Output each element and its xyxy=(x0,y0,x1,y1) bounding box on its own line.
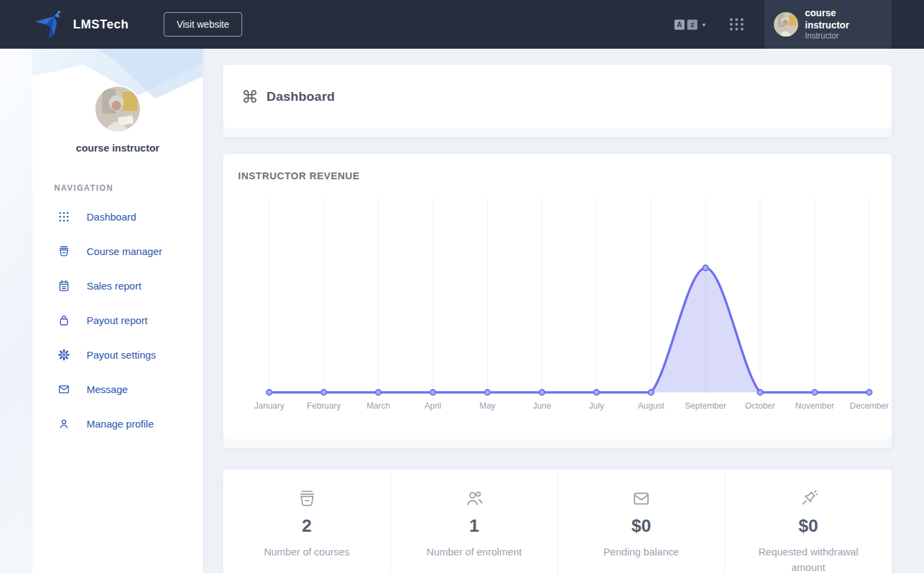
lock-icon xyxy=(57,314,70,327)
sidebar-item-label: Payout report xyxy=(87,315,147,326)
gear-icon xyxy=(57,348,70,361)
stats-card: 2 Number of courses 1 Number of enrolmen… xyxy=(223,469,892,573)
sidebar-item-label: Course manager xyxy=(87,246,162,257)
revenue-chart-svg: JanuaryFebruaryMarchAprilMayJuneJulyAugu… xyxy=(238,189,892,419)
sidebar-item-label: Message xyxy=(87,384,128,395)
stat-number-of-courses: 2 Number of courses xyxy=(223,469,390,573)
language-z-icon: z xyxy=(687,20,697,30)
stat-value: 1 xyxy=(391,515,557,536)
sidebar-item-label: Dashboard xyxy=(87,211,136,223)
clipboard-icon xyxy=(57,279,70,292)
svg-text:November: November xyxy=(795,401,835,411)
stat-value: $0 xyxy=(558,515,724,536)
inbox-icon xyxy=(558,488,724,511)
user-icon xyxy=(57,417,70,430)
topbar: LMSTech Visit website A z ▾ cou xyxy=(0,0,924,49)
stat-pending-balance: $0 Pending balance xyxy=(557,469,724,573)
sidebar-item-manage-profile[interactable]: Manage profile xyxy=(32,407,203,441)
card-shadow-strip xyxy=(223,440,892,449)
svg-text:January: January xyxy=(254,401,285,411)
brand-name: LMSTech xyxy=(73,18,129,32)
stat-label: Requested withdrawal amount xyxy=(744,545,873,573)
sidebar-nav: Dashboard Course manager Sales report xyxy=(32,200,203,441)
chevron-down-icon: ▾ xyxy=(702,21,706,28)
command-icon: ⌘ xyxy=(241,89,258,106)
svg-text:June: June xyxy=(533,401,551,411)
sidebar-item-payout-report[interactable]: Payout report xyxy=(32,303,203,338)
svg-text:August: August xyxy=(638,401,664,411)
revenue-chart[interactable]: JanuaryFebruaryMarchAprilMayJuneJulyAugu… xyxy=(238,189,892,419)
user-name: course instructor xyxy=(805,7,882,31)
basket-icon xyxy=(223,488,390,511)
mail-icon xyxy=(57,383,70,396)
svg-text:October: October xyxy=(745,401,775,411)
stat-label: Pending balance xyxy=(577,545,706,560)
apps-grid-icon[interactable] xyxy=(730,18,744,30)
sidebar-item-label: Payout settings xyxy=(87,349,156,361)
sidebar: course instructor NAVIGATION Dashboard C… xyxy=(32,49,203,573)
navigation-section-label: NAVIGATION xyxy=(54,183,203,193)
stat-value: 2 xyxy=(223,515,390,536)
svg-text:March: March xyxy=(367,401,390,411)
sidebar-profile-name: course instructor xyxy=(32,142,203,154)
sidebar-item-message[interactable]: Message xyxy=(32,372,203,407)
language-switcher[interactable]: A z ▾ xyxy=(674,20,706,30)
users-icon xyxy=(391,488,557,511)
stat-requested-withdrawal: $0 Requested withdrawal amount xyxy=(724,469,892,573)
stat-number-of-enrolment: 1 Number of enrolment xyxy=(390,469,557,573)
svg-text:July: July xyxy=(589,401,605,411)
sidebar-item-label: Sales report xyxy=(87,280,141,292)
sidebar-item-course-manager[interactable]: Course manager xyxy=(32,234,203,269)
svg-text:December: December xyxy=(850,401,889,411)
language-a-icon: A xyxy=(674,20,685,30)
svg-text:September: September xyxy=(685,401,726,411)
chart-title: INSTRUCTOR REVENUE xyxy=(238,170,892,181)
sidebar-item-label: Manage profile xyxy=(87,418,154,430)
visit-website-button[interactable]: Visit website xyxy=(164,12,242,37)
dots-grid-icon xyxy=(57,210,70,223)
pin-icon xyxy=(725,488,892,511)
stat-value: $0 xyxy=(725,515,892,536)
sidebar-item-payout-settings[interactable]: Payout settings xyxy=(32,338,203,372)
svg-text:May: May xyxy=(480,401,496,411)
page-header-card: ⌘ Dashboard xyxy=(223,65,892,129)
user-menu[interactable]: course instructor Instructor xyxy=(764,0,892,49)
main-content: ⌘ Dashboard INSTRUCTOR REVENUE JanuaryFe… xyxy=(223,49,892,573)
stat-label: Number of enrolment xyxy=(410,545,538,560)
stat-label: Number of courses xyxy=(243,545,371,560)
sidebar-item-sales-report[interactable]: Sales report xyxy=(32,269,203,303)
basket-icon xyxy=(57,245,70,258)
profile-avatar xyxy=(95,87,140,131)
left-decor-rail xyxy=(0,49,32,573)
page-title: Dashboard xyxy=(267,89,335,104)
svg-text:April: April xyxy=(424,401,441,411)
sidebar-item-dashboard[interactable]: Dashboard xyxy=(32,200,203,234)
svg-text:February: February xyxy=(307,401,342,411)
user-role: Instructor xyxy=(805,31,882,41)
user-avatar xyxy=(774,12,798,37)
revenue-chart-card: INSTRUCTOR REVENUE JanuaryFebruaryMarchA… xyxy=(223,154,892,440)
brand-logo-icon xyxy=(31,8,66,41)
card-shadow-strip xyxy=(223,129,892,137)
